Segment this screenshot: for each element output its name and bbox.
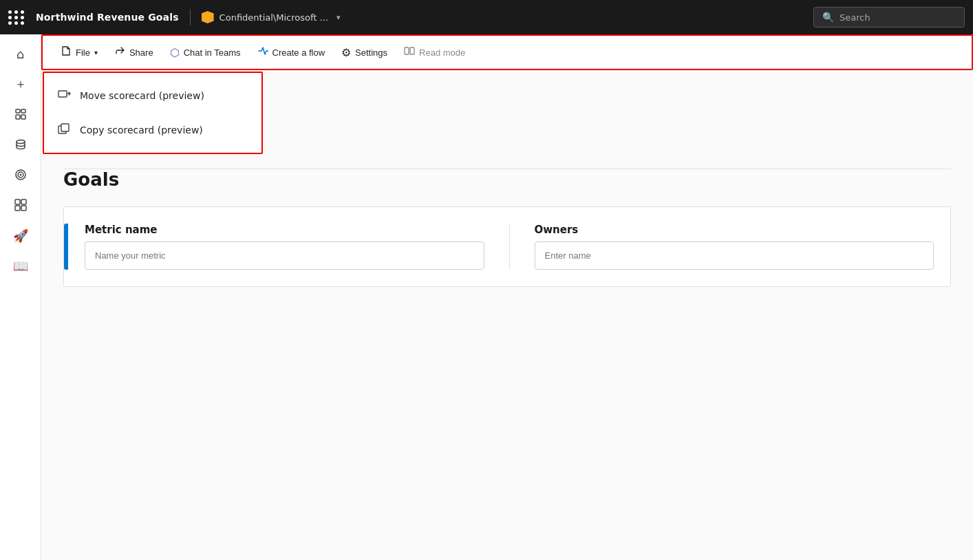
sidebar-item-apps[interactable] bbox=[7, 191, 34, 219]
owners-group: Owners bbox=[535, 224, 934, 270]
svg-rect-10 bbox=[15, 206, 20, 211]
flow-icon bbox=[257, 45, 268, 59]
dot bbox=[21, 10, 24, 14]
copy-scorecard-item[interactable]: Copy scorecard (preview) bbox=[44, 113, 261, 147]
accent-bar bbox=[64, 224, 68, 270]
app-title: Northwind Revenue Goals bbox=[36, 12, 179, 23]
tag-icon bbox=[202, 11, 214, 23]
file-icon bbox=[61, 45, 72, 59]
settings-button[interactable]: ⚙ Settings bbox=[334, 42, 394, 63]
dot bbox=[14, 10, 18, 14]
metric-fields: Metric name Owners bbox=[85, 224, 950, 270]
dot bbox=[8, 16, 12, 19]
svg-point-7 bbox=[19, 174, 21, 176]
sidebar: ⌂ ＋ bbox=[0, 34, 41, 560]
teams-icon: ⬡ bbox=[170, 46, 180, 59]
sidebar-item-data[interactable] bbox=[7, 131, 34, 158]
share-label: Share bbox=[129, 47, 153, 58]
svg-rect-14 bbox=[58, 91, 67, 97]
svg-rect-12 bbox=[405, 47, 409, 54]
owners-label: Owners bbox=[535, 224, 934, 236]
sidebar-item-create[interactable]: ＋ bbox=[7, 70, 34, 98]
metric-section: Metric name Owners bbox=[63, 206, 951, 287]
share-button[interactable]: Share bbox=[107, 41, 160, 63]
move-scorecard-label: Move scorecard (preview) bbox=[80, 90, 204, 101]
layout: ⌂ ＋ bbox=[0, 34, 973, 560]
search-placeholder: Search bbox=[840, 12, 870, 23]
read-mode-button[interactable]: Read mode bbox=[397, 41, 472, 63]
dot bbox=[21, 16, 24, 19]
dot bbox=[14, 16, 18, 19]
svg-rect-8 bbox=[15, 200, 20, 204]
svg-rect-1 bbox=[21, 109, 25, 113]
owners-input[interactable] bbox=[535, 241, 934, 270]
chat-label: Chat in Teams bbox=[184, 47, 241, 58]
app-launcher[interactable] bbox=[8, 10, 25, 25]
file-button[interactable]: File ▾ bbox=[54, 41, 105, 63]
sidebar-item-launch[interactable]: 🚀 bbox=[7, 222, 34, 249]
sensitivity-text: Confidential\Microsoft ... bbox=[220, 12, 328, 23]
toolbar: File ▾ Share ⬡ Chat in Teams bbox=[41, 34, 973, 70]
sidebar-item-home[interactable]: ⌂ bbox=[7, 40, 34, 67]
share-icon bbox=[114, 45, 125, 59]
move-scorecard-item[interactable]: Move scorecard (preview) bbox=[44, 78, 261, 113]
svg-rect-0 bbox=[16, 109, 20, 113]
metric-name-label: Metric name bbox=[85, 224, 484, 236]
sidebar-item-learn[interactable]: 📖 bbox=[7, 252, 34, 279]
file-dropdown: Move scorecard (preview) Copy scorecard … bbox=[43, 72, 263, 154]
flow-label: Create a flow bbox=[272, 47, 325, 58]
read-mode-icon bbox=[404, 45, 415, 59]
svg-rect-2 bbox=[16, 115, 20, 119]
move-icon bbox=[58, 88, 72, 103]
chevron-down-icon: ▾ bbox=[336, 13, 341, 22]
svg-point-4 bbox=[17, 140, 25, 144]
page-title: Goals bbox=[63, 169, 951, 190]
read-mode-label: Read mode bbox=[419, 47, 465, 58]
file-label: File bbox=[76, 47, 90, 58]
search-icon: 🔍 bbox=[822, 12, 834, 23]
settings-icon: ⚙ bbox=[341, 46, 351, 59]
copy-icon bbox=[58, 122, 72, 138]
main-content: File ▾ Share ⬡ Chat in Teams bbox=[41, 34, 973, 560]
file-chevron: ▾ bbox=[94, 49, 98, 56]
dot bbox=[14, 21, 18, 25]
dot bbox=[8, 21, 12, 25]
svg-rect-16 bbox=[61, 124, 69, 131]
flow-button[interactable]: Create a flow bbox=[250, 41, 332, 63]
sidebar-item-browse[interactable] bbox=[7, 100, 34, 128]
copy-scorecard-label: Copy scorecard (preview) bbox=[80, 125, 203, 136]
settings-label: Settings bbox=[355, 47, 387, 58]
dot bbox=[8, 10, 12, 14]
svg-rect-9 bbox=[21, 200, 26, 204]
topbar-divider bbox=[190, 9, 191, 25]
sidebar-item-goals[interactable] bbox=[7, 161, 34, 189]
topbar: Northwind Revenue Goals Confidential\Mic… bbox=[0, 0, 973, 34]
svg-rect-3 bbox=[21, 115, 25, 119]
chat-button[interactable]: ⬡ Chat in Teams bbox=[163, 42, 248, 63]
metric-name-group: Metric name bbox=[85, 224, 484, 270]
svg-rect-11 bbox=[21, 206, 26, 211]
svg-rect-13 bbox=[410, 47, 414, 54]
field-separator bbox=[509, 224, 510, 270]
dot bbox=[21, 21, 24, 25]
search-box[interactable]: 🔍 Search bbox=[813, 7, 965, 28]
metric-name-input[interactable] bbox=[85, 241, 484, 270]
sensitivity-label[interactable]: Confidential\Microsoft ... ▾ bbox=[202, 11, 341, 23]
